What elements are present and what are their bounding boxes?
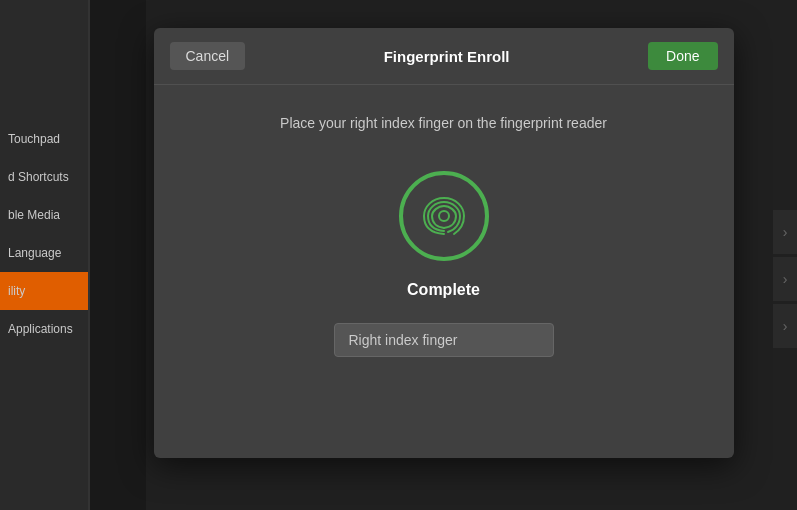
sidebar: Touchpad d Shortcuts ble Media Language …: [0, 120, 88, 348]
dialog-overlay: Cancel Fingerprint Enroll Done Place you…: [90, 0, 797, 510]
fingerprint-icon: [418, 190, 470, 242]
fingerprint-ring: [399, 171, 489, 261]
sidebar-item-media[interactable]: ble Media: [0, 196, 88, 234]
dialog-title: Fingerprint Enroll: [245, 48, 648, 65]
sidebar-item-shortcuts[interactable]: d Shortcuts: [0, 158, 88, 196]
svg-point-0: [439, 211, 449, 221]
complete-status: Complete: [407, 281, 480, 299]
fingerprint-enroll-dialog: Cancel Fingerprint Enroll Done Place you…: [154, 28, 734, 458]
sidebar-item-language[interactable]: Language: [0, 234, 88, 272]
dialog-body: Place your right index finger on the fin…: [154, 85, 734, 458]
sidebar-item-touchpad[interactable]: Touchpad: [0, 120, 88, 158]
fingerprint-icon-container: [399, 171, 489, 261]
cancel-button[interactable]: Cancel: [170, 42, 246, 70]
done-button[interactable]: Done: [648, 42, 717, 70]
sidebar-item-accessibility[interactable]: ility: [0, 272, 88, 310]
dialog-header: Cancel Fingerprint Enroll Done: [154, 28, 734, 85]
finger-name-input[interactable]: [334, 323, 554, 357]
sidebar-item-applications[interactable]: Applications: [0, 310, 88, 348]
instruction-text: Place your right index finger on the fin…: [280, 115, 607, 131]
